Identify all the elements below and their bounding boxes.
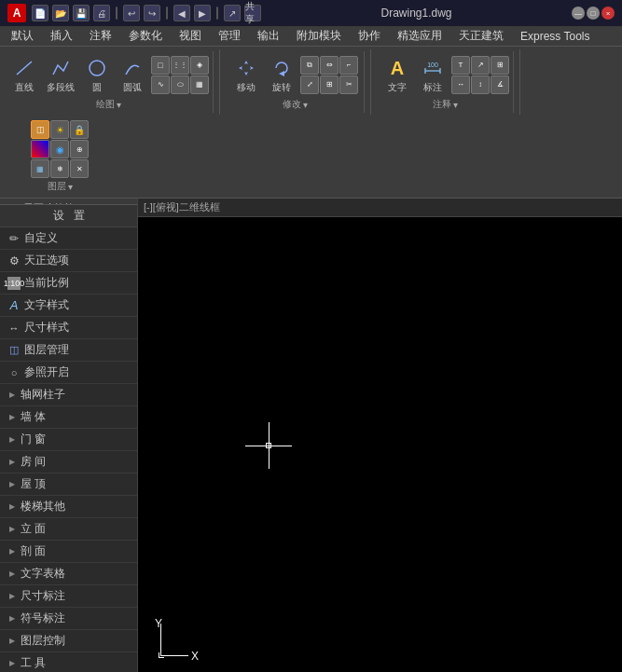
sidebar-item-elevation[interactable]: ▶ 立 面 bbox=[0, 518, 137, 541]
gradient-btn[interactable]: ▦ bbox=[190, 75, 209, 94]
customize-label: 自定义 bbox=[24, 230, 58, 246]
new-file-icon[interactable]: 📄 bbox=[32, 5, 48, 21]
mirror-btn[interactable]: ⇔ bbox=[320, 56, 339, 75]
close-btn[interactable]: × bbox=[601, 7, 615, 20]
menu-parametric[interactable]: 参数化 bbox=[121, 26, 170, 46]
wall-label: 墙 体 bbox=[21, 409, 46, 425]
move-btn[interactable]: 移动 bbox=[229, 53, 263, 96]
circle-label: 圆 bbox=[92, 81, 102, 94]
menu-output[interactable]: 输出 bbox=[250, 26, 287, 46]
ellipse-btn[interactable]: ⬭ bbox=[171, 75, 189, 94]
sidebar-item-roof[interactable]: ▶ 屋 顶 bbox=[0, 473, 137, 496]
spline-btn[interactable]: ∿ bbox=[151, 75, 170, 94]
line-tool-btn[interactable]: 直线 bbox=[7, 53, 41, 96]
sidebar-item-customize[interactable]: ✏ 自定义 bbox=[0, 227, 137, 250]
textstyle-icon: A bbox=[7, 299, 21, 312]
layer-sun-btn[interactable]: ☀ bbox=[50, 120, 69, 139]
sidebar-item-door-window[interactable]: ▶ 门 窗 bbox=[0, 429, 137, 451]
layer-expand-icon[interactable]: ▾ bbox=[68, 182, 73, 192]
undo-icon[interactable]: ↩ bbox=[123, 5, 140, 21]
fillet-btn[interactable]: ⌐ bbox=[339, 56, 358, 75]
sidebar-item-options[interactable]: ⚙ 天正选项 bbox=[0, 250, 137, 272]
layer-color-btn[interactable] bbox=[31, 140, 49, 158]
copy-btn[interactable]: ⧉ bbox=[300, 56, 319, 75]
rotate-btn[interactable]: 旋转 bbox=[265, 53, 298, 96]
sidebar-item-scale[interactable]: 1:100 当前比例 bbox=[0, 272, 137, 295]
maximize-btn[interactable]: □ bbox=[587, 7, 600, 20]
dim4-btn[interactable]: ∡ bbox=[491, 75, 509, 94]
sidebar-item-wall[interactable]: ▶ 墙 体 bbox=[0, 406, 137, 429]
dim2-btn[interactable]: ↔ bbox=[451, 75, 470, 94]
sidebar-item-stairs[interactable]: ▶ 楼梯其他 bbox=[0, 496, 137, 518]
sidebar-item-xref[interactable]: ○ 参照开启 bbox=[0, 362, 137, 384]
sidebar-item-dim-annotation[interactable]: ▶ 尺寸标注 bbox=[0, 585, 137, 608]
share-btn[interactable]: 共享 bbox=[244, 5, 261, 21]
polyline-tool-btn[interactable]: 多段线 bbox=[43, 53, 78, 96]
rect-btn[interactable]: □ bbox=[151, 56, 170, 75]
layer-vis-btn[interactable]: ◉ bbox=[50, 140, 69, 158]
canvas-area[interactable]: [-][俯视]二维线框 Y X ⊕ × → → 键入命令 bbox=[138, 199, 622, 672]
menu-default[interactable]: 默认 bbox=[4, 26, 41, 46]
layer-del-btn[interactable]: ✕ bbox=[70, 159, 89, 178]
textstyle-label: 文字样式 bbox=[24, 297, 69, 313]
layer-prop-btn[interactable]: ▦ bbox=[31, 159, 49, 178]
circle-tool-btn[interactable]: 圆 bbox=[80, 53, 114, 96]
svg-line-0 bbox=[17, 62, 32, 75]
dim3-btn[interactable]: ↕ bbox=[471, 75, 490, 94]
canvas-viewport[interactable]: Y X ⊕ × → → 键入命令 bbox=[138, 217, 622, 672]
hatch-btn[interactable]: ⋮⋮ bbox=[171, 56, 189, 75]
leader-btn[interactable]: ↗ bbox=[471, 56, 490, 75]
sidebar-item-room[interactable]: ▶ 房 间 bbox=[0, 451, 137, 473]
toolbar-draw-group: 直线 多段线 圆 圆弧 □ bbox=[4, 51, 214, 113]
nav-forward-icon[interactable]: ▶ bbox=[194, 5, 211, 21]
menu-tjjz[interactable]: 天正建筑 bbox=[451, 26, 511, 46]
region-btn[interactable]: ◈ bbox=[190, 56, 209, 75]
menu-manage[interactable]: 管理 bbox=[211, 26, 248, 46]
menu-addons[interactable]: 附加模块 bbox=[289, 26, 349, 46]
layer-freeze-btn[interactable]: ❄ bbox=[50, 159, 69, 178]
menu-annotate[interactable]: 注释 bbox=[82, 26, 119, 46]
rotate-icon bbox=[269, 55, 295, 81]
table-btn[interactable]: ⊞ bbox=[491, 56, 509, 75]
minimize-btn[interactable]: — bbox=[572, 7, 585, 20]
stretch-btn[interactable]: ⤢ bbox=[300, 75, 319, 94]
sidebar-header: T20天正建筑软... bbox=[0, 199, 137, 205]
wall-arrow: ▶ bbox=[7, 413, 17, 422]
layer-control-label: 图层控制 bbox=[21, 633, 65, 649]
sidebar-item-symbol-annotation[interactable]: ▶ 符号标注 bbox=[0, 608, 137, 630]
draw-expand-icon[interactable]: ▾ bbox=[117, 100, 121, 110]
sidebar-item-tools[interactable]: ▶ 工 具 bbox=[0, 652, 137, 672]
stairs-arrow: ▶ bbox=[7, 502, 17, 512]
sidebar-item-grid-column[interactable]: ▶ 轴网柱子 bbox=[0, 384, 137, 406]
dimension-btn[interactable]: 100 标注 bbox=[416, 53, 449, 96]
draw-label: 绘图 ▾ bbox=[96, 98, 121, 111]
sidebar-item-text-table[interactable]: ▶ 文字表格 bbox=[0, 563, 137, 585]
print-icon[interactable]: 🖨 bbox=[93, 5, 110, 21]
sidebar-item-textstyle[interactable]: A 文字样式 bbox=[0, 295, 137, 317]
scale-btn[interactable]: ⊞ bbox=[320, 75, 339, 94]
modify-expand-icon[interactable]: ▾ bbox=[303, 100, 308, 110]
open-file-icon[interactable]: 📂 bbox=[52, 5, 69, 21]
redo-icon[interactable]: ↪ bbox=[144, 5, 160, 21]
sidebar-item-layer-control[interactable]: ▶ 图层控制 bbox=[0, 630, 137, 652]
menu-view[interactable]: 视图 bbox=[172, 26, 209, 46]
room-label: 房 间 bbox=[21, 454, 46, 470]
layer-lock-btn[interactable]: 🔒 bbox=[70, 120, 89, 139]
mtext-btn[interactable]: T bbox=[451, 56, 470, 75]
arrow-icon[interactable]: ↗ bbox=[224, 5, 241, 21]
trim-btn[interactable]: ✂ bbox=[339, 75, 358, 94]
text-btn[interactable]: A 文字 bbox=[380, 53, 414, 96]
save-icon[interactable]: 💾 bbox=[73, 5, 90, 21]
layer-prev-btn[interactable]: ◫ bbox=[31, 120, 49, 139]
layer-new-btn[interactable]: ⊕ bbox=[70, 140, 89, 158]
sidebar-item-section[interactable]: ▶ 剖 面 bbox=[0, 541, 137, 563]
nav-back-icon[interactable]: ◀ bbox=[173, 5, 190, 21]
sidebar-item-layermgr[interactable]: ◫ 图层管理 bbox=[0, 339, 137, 362]
menu-featured[interactable]: 精选应用 bbox=[390, 26, 449, 46]
menu-collaborate[interactable]: 协作 bbox=[351, 26, 388, 46]
annotate-expand-icon[interactable]: ▾ bbox=[453, 100, 458, 110]
menu-insert[interactable]: 插入 bbox=[43, 26, 80, 46]
arc-tool-btn[interactable]: 圆弧 bbox=[116, 53, 149, 96]
sidebar-item-dimstyle[interactable]: ↔ 尺寸样式 bbox=[0, 317, 137, 339]
menu-express-tools[interactable]: Express Tools bbox=[513, 28, 597, 45]
